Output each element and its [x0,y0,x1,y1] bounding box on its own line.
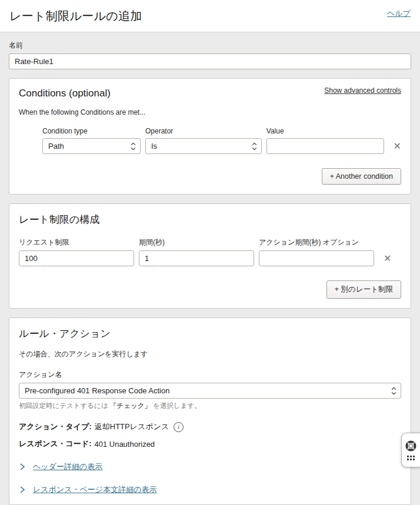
action-name-value: Pre-configured 401 Response Code Action [25,386,169,395]
rate-limit-row: リクエスト制限 期間(秒) アクション期間(秒) オプション ✕ [19,238,401,266]
conditions-panel: Conditions (optional) Show advanced cont… [9,78,411,195]
chevron-right-icon[interactable] [19,486,25,494]
floating-help-widget [401,433,420,467]
condition-value-input[interactable] [266,138,384,154]
condition-type-label: Condition type [42,127,141,135]
header-details-row: ヘッダー詳細の表示 [19,461,401,472]
help-link[interactable]: ヘルプ [387,8,411,19]
rate-limit-title: レート制限の構成 [19,213,401,226]
info-icon[interactable]: i [174,422,184,432]
action-name-select[interactable]: Pre-configured 401 Response Code Action [19,383,401,399]
value-label: Value [266,127,384,135]
page-header: レート制限ルールの追加 ヘルプ [0,0,420,32]
dot-grid-icon [407,456,415,460]
life-ring-icon [405,444,416,453]
request-limit-input[interactable] [19,250,134,266]
show-advanced-controls-link[interactable]: Show advanced controls [324,86,401,95]
show-response-body-details-link[interactable]: レスポンス・ページ本文詳細の表示 [33,484,156,495]
form-body: 名前 Conditions (optional) Show advanced c… [0,32,420,505]
rule-action-panel: ルール・アクション その場合、次のアクションを実行します アクション名 Pre-… [9,317,411,505]
action-helper-text: 初回設定時にテストするには 「チェック」 を選択します。 [19,402,401,410]
action-period-label: アクション期間(秒) オプション [259,238,374,248]
remove-condition-button[interactable]: ✕ [394,138,401,154]
apps-grid-button[interactable] [407,456,415,460]
response-code-label: レスポンス・コード: [19,439,91,449]
response-code-row: レスポンス・コード: 401 Unauthorized [19,439,401,449]
operator-value: Is [151,142,157,151]
close-icon: ✕ [394,141,401,152]
chevron-up-down-icon [131,142,136,151]
request-limit-label: リクエスト制限 [19,238,134,248]
response-code-value: 401 Unauthorized [94,440,155,449]
condition-row: Condition type Path Operator Is [19,127,401,154]
rule-action-intro: その場合、次のアクションを実行します [19,349,401,359]
action-type-value: 返却HTTPレスポンス [95,422,169,432]
rate-limit-panel: レート制限の構成 リクエスト制限 期間(秒) アクション期間(秒) オプション … [9,203,411,309]
operator-select[interactable]: Is [145,138,262,154]
action-type-label: アクション・タイプ: [19,422,92,432]
remove-rate-limit-button[interactable]: ✕ [384,250,391,266]
action-period-input[interactable] [259,250,374,266]
help-buoy-button[interactable] [405,440,416,452]
response-body-details-row: レスポンス・ページ本文詳細の表示 [19,484,401,495]
action-name-label: アクション名 [19,370,401,380]
period-label: 期間(秒) [139,238,254,248]
add-rate-limit-button[interactable]: + 別のレート制限 [326,280,401,299]
operator-label: Operator [145,127,262,135]
action-type-row: アクション・タイプ: 返却HTTPレスポンス i [19,422,401,432]
rule-action-title: ルール・アクション [19,327,401,340]
chevron-up-down-icon [252,142,257,151]
conditions-title: Conditions (optional) [19,88,111,99]
condition-type-select[interactable]: Path [42,138,141,154]
name-input[interactable] [9,53,411,69]
close-icon: ✕ [384,253,391,264]
conditions-intro: When the following Conditions are met... [19,108,401,116]
chevron-right-icon[interactable] [19,463,25,471]
add-condition-button[interactable]: + Another condition [322,168,401,185]
period-input[interactable] [139,250,254,266]
name-label: 名前 [9,41,411,51]
page-title: レート制限ルールの追加 [9,8,142,24]
condition-type-value: Path [48,142,64,151]
show-header-details-link[interactable]: ヘッダー詳細の表示 [33,461,102,472]
chevron-up-down-icon [391,386,396,396]
